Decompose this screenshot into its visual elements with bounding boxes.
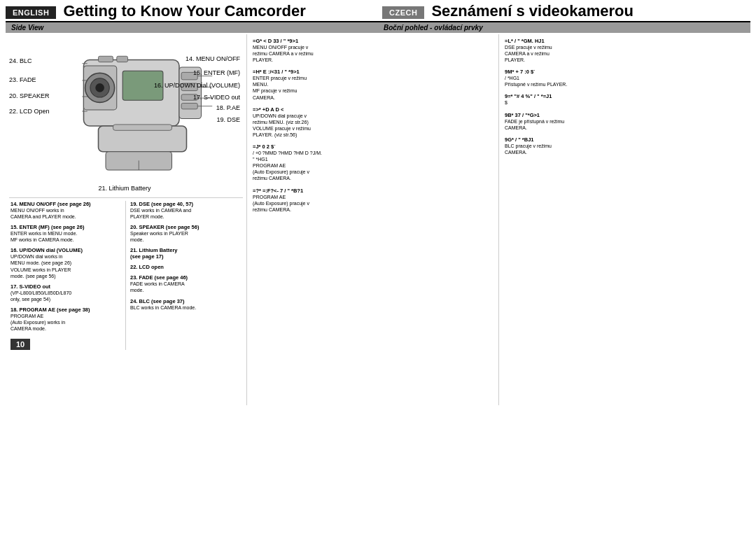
cze2-item-3: 9=* "# 4 %" / " *=J1 $ xyxy=(505,93,745,106)
cze-item-2-title: =H* E :/<31 / " *9>1 xyxy=(253,69,493,75)
cze2-item-4-body: FADE je přístupná v režimuCAMERA. xyxy=(505,118,745,131)
cze2-item-1-body: DSE pracuje v režimuCAMERA a v režimuPLA… xyxy=(505,44,745,63)
label-svideo: 17. S-VIDEO out xyxy=(193,94,240,101)
content-area: 24. BLC 23. FADE 20. SPEAKER 22. LCD Ope… xyxy=(0,34,756,405)
label-updown: 16. UP/DOWN Dial (VOLUME) xyxy=(154,82,240,89)
item-23: 23. FADE (see page 46) FADE works in CAM… xyxy=(130,274,241,293)
cze-item-4: =J* 0 2 $` / +0 ?MMD ?HMD ?HM D ?J/M." *… xyxy=(253,143,493,181)
title-english: Getting to Know Your Camcorder xyxy=(56,3,382,19)
item-16-body: UP/DOWN dial works inMENU mode. (see pag… xyxy=(10,253,121,279)
cze-item-3-body: UP/DOWN dial pracuje vrežimu MENU. (viz … xyxy=(253,113,493,138)
cze-item-1-body: MENU ON/OFF pracuje vrežimu CAMERA a v r… xyxy=(253,44,493,63)
cze2-item-2: 9M* + 7 :0 $` / *HG1Přístupné v režimu P… xyxy=(505,69,745,87)
item-17-title: 17. S-VIDEO out xyxy=(10,283,121,290)
svg-rect-7 xyxy=(117,56,128,62)
item-21-title: 21. Lithium Battery(see page 17) xyxy=(130,247,241,260)
label-menu: 14. MENU ON/OFF xyxy=(186,55,240,62)
subheader-left: Side View xyxy=(6,22,378,33)
item-17: 17. S-VIDEO out (VP-L800/L850/L850D/L870… xyxy=(10,283,121,302)
item-18-title: 18. PROGRAM AE (see page 38) xyxy=(10,307,121,313)
cze2-item-4: 9B* 37 / "*G>1 FADE je přístupná v režim… xyxy=(505,112,745,131)
cze-item-5-body: PROGRAM AE(Auto Exposure) pracuje vrežim… xyxy=(253,194,493,213)
item-20-body: Speaker works in PLAYERmode. xyxy=(130,230,241,243)
item-23-body: FADE works in CAMERAmode. xyxy=(130,281,241,293)
english-tag: ENGLISH xyxy=(6,6,56,19)
item-21: 21. Lithium Battery(see page 17) xyxy=(130,247,241,260)
czech-col2: =L* / " *GM. HJ1 DSE pracuje v režimuCAM… xyxy=(499,34,750,405)
camcorder-diagram: 24. BLC 23. FADE 20. SPEAKER 22. LCD Ope… xyxy=(9,38,240,192)
czech-tag: CZECH xyxy=(382,6,424,19)
svg-point-4 xyxy=(95,83,104,92)
item-19-body: DSE works in CAMERA andPLAYER mode. xyxy=(130,207,241,220)
item-15-title: 15. ENTER (MF) (see page 26) xyxy=(10,224,121,230)
title-czech: Seznámení s videokamerou xyxy=(424,3,750,19)
top-header: ENGLISH Getting to Know Your Camcorder C… xyxy=(0,0,756,33)
item-14-body: MENU ON/OFF works inCAMERA and PLAYER mo… xyxy=(10,207,121,220)
item-20-title: 20. SPEAKER (see page 56) xyxy=(130,224,241,230)
svg-rect-6 xyxy=(99,56,113,62)
cze2-item-2-body: / *HG1Přístupné v režimu PLAYER. xyxy=(505,75,745,87)
cze2-item-1-title: =L* / " *GM. HJ1 xyxy=(505,38,745,44)
item-14-title: 14. MENU ON/OFF (see page 26) xyxy=(10,201,121,207)
cze-item-3: =>* +D A D < UP/DOWN dial pracuje vrežim… xyxy=(253,106,493,138)
item-15: 15. ENTER (MF) (see page 26) ENTER works… xyxy=(10,224,121,243)
cze-item-5-title: =?* =:F?<- 7 / " *B?1 xyxy=(253,188,493,194)
item-18: 18. PROGRAM AE (see page 38) PROGRAM AE(… xyxy=(10,307,121,332)
cze-item-4-body: / +0 ?MMD ?HMD ?HM D ?J/M." *HG1PROGRAM … xyxy=(253,150,493,181)
item-24-title: 24. BLC (see page 37) xyxy=(130,298,241,304)
right-half: =G* < D 33 / " *9>1 MENU ON/OFF pracuje … xyxy=(247,34,750,405)
cze-item-2-body: ENTER pracuje v režimuMENU.MF pracuje v … xyxy=(253,75,493,100)
diagram-panel: 24. BLC 23. FADE 20. SPEAKER 22. LCD Ope… xyxy=(6,34,247,405)
item-22-title: 22. LCD open xyxy=(130,264,241,270)
label-battery: 21. Lithium Battery xyxy=(98,185,150,192)
item-14: 14. MENU ON/OFF (see page 26) MENU ON/OF… xyxy=(10,201,121,220)
label-pae: 18. P.AE xyxy=(216,104,240,111)
cze-item-2: =H* E :/<31 / " *9>1 ENTER pracuje v rež… xyxy=(253,69,493,100)
cze2-item-4-title: 9B* 37 / "*G>1 xyxy=(505,112,745,118)
desc-table: 14. MENU ON/OFF (see page 26) MENU ON/OF… xyxy=(9,197,243,350)
cze2-item-3-title: 9=* "# 4 %" / " *=J1 xyxy=(505,93,745,99)
header-row: ENGLISH Getting to Know Your Camcorder C… xyxy=(6,3,750,22)
item-19-title: 19. DSE (see page 40, 57) xyxy=(130,201,241,207)
cze-item-3-title: =>* +D A D < xyxy=(253,106,493,113)
label-blc: 24. BLC xyxy=(9,57,32,64)
label-dse: 19. DSE xyxy=(216,116,240,123)
cze-item-4-title: =J* 0 2 $` xyxy=(253,143,493,150)
item-23-title: 23. FADE (see page 46) xyxy=(130,274,241,281)
svg-rect-14 xyxy=(113,125,172,130)
cze2-item-2-title: 9M* + 7 :0 $` xyxy=(505,69,745,75)
item-16: 16. UP/DOWN dial (VOLUME) UP/DOWN dial w… xyxy=(10,247,121,279)
desc-col2: 19. DSE (see page 40, 57) DSE works in C… xyxy=(126,201,241,350)
subheader-row: Side View Boční pohled - ovládací prvky xyxy=(6,22,750,33)
svg-rect-12 xyxy=(181,103,197,108)
cze-item-5: =?* =:F?<- 7 / " *B?1 PROGRAM AE(Auto Ex… xyxy=(253,188,493,213)
cze2-item-5-title: 9G* / " *BJ1 xyxy=(505,136,745,143)
cze2-item-1: =L* / " *GM. HJ1 DSE pracuje v režimuCAM… xyxy=(505,38,745,63)
cze2-item-5-body: BLC pracuje v režimuCAMERA. xyxy=(505,143,745,155)
cze-item-1-title: =G* < D 33 / " *9>1 xyxy=(253,38,493,44)
item-18-body: PROGRAM AE(Auto Exposure) works inCAMERA… xyxy=(10,313,121,332)
desc-col1: 14. MENU ON/OFF (see page 26) MENU ON/OF… xyxy=(10,201,126,350)
item-24: 24. BLC (see page 37) BLC works in CAMER… xyxy=(130,298,241,311)
item-22: 22. LCD open xyxy=(130,264,241,270)
item-15-body: ENTER works in MENU mode.MF works in CAM… xyxy=(10,230,121,243)
page-container: ENGLISH Getting to Know Your Camcorder C… xyxy=(0,0,756,534)
cze2-item-3-body: $ xyxy=(505,99,745,106)
item-19: 19. DSE (see page 40, 57) DSE works in C… xyxy=(130,201,241,220)
item-16-title: 16. UP/DOWN dial (VOLUME) xyxy=(10,247,121,253)
item-24-body: BLC works in CAMERA mode. xyxy=(130,304,241,311)
subheader-right: Boční pohled - ovládací prvky xyxy=(378,22,750,33)
czech-col1: =G* < D 33 / " *9>1 MENU ON/OFF pracuje … xyxy=(247,34,499,405)
page-badge: 10 xyxy=(10,339,30,350)
label-enter: 15. ENTER (MF) xyxy=(193,69,240,76)
cze-item-1: =G* < D 33 / " *9>1 MENU ON/OFF pracuje … xyxy=(253,38,493,63)
item-17-body: (VP-L800/L850/L850D/L870only, see page 5… xyxy=(10,290,121,302)
cze2-item-5: 9G* / " *BJ1 BLC pracuje v režimuCAMERA. xyxy=(505,136,745,155)
item-20: 20. SPEAKER (see page 56) Speaker works … xyxy=(130,224,241,243)
